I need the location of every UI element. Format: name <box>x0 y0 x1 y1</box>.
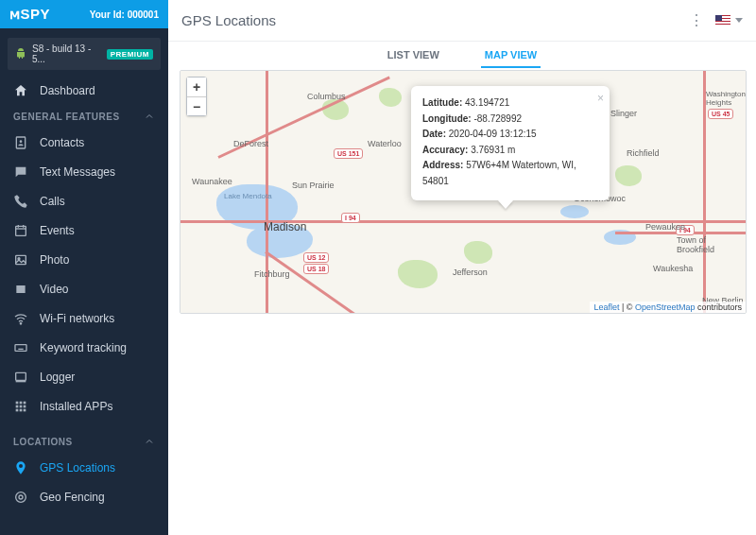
svg-rect-27 <box>24 408 26 411</box>
nav-contacts[interactable]: Contacts <box>0 128 168 157</box>
nav-dashboard[interactable]: Dashboard <box>0 76 168 105</box>
nav-calls[interactable]: Calls <box>0 186 168 216</box>
svg-point-29 <box>19 495 23 499</box>
keyboard-icon <box>13 340 28 355</box>
phone-icon <box>13 194 28 209</box>
nav-installed-apps[interactable]: Installed APPs <box>0 391 168 421</box>
video-icon <box>13 282 28 297</box>
svg-point-11 <box>20 322 21 323</box>
nav-text-messages[interactable]: Text Messages <box>0 157 168 186</box>
caret-down-icon <box>735 18 743 23</box>
zoom-out-button[interactable]: − <box>187 96 206 115</box>
map-zoom-control: + − <box>186 77 207 116</box>
page-title: GPS Locations <box>181 12 276 28</box>
svg-rect-20 <box>20 401 23 404</box>
brand-logo: ᴍSPY <box>9 6 50 23</box>
osm-link[interactable]: OpenStreetMap <box>635 302 696 312</box>
svg-rect-10 <box>26 285 26 293</box>
map-attribution: Leaflet | © OpenStreetMap contributors <box>590 302 746 313</box>
svg-rect-9 <box>15 285 16 293</box>
zoom-in-button[interactable]: + <box>187 78 206 96</box>
svg-rect-23 <box>20 405 23 407</box>
user-id: Your Id: 000001 <box>90 9 159 20</box>
target-icon <box>13 490 28 505</box>
svg-rect-25 <box>16 408 19 411</box>
svg-rect-17 <box>16 372 26 380</box>
language-selector[interactable] <box>715 15 743 26</box>
chevron-up-icon <box>144 436 155 447</box>
nav-keyword-tracking[interactable]: Keyword tracking <box>0 333 168 362</box>
svg-rect-6 <box>16 255 26 264</box>
svg-rect-12 <box>15 344 26 351</box>
svg-point-28 <box>16 492 26 502</box>
us-flag-icon <box>715 15 730 26</box>
android-icon <box>15 47 26 60</box>
message-icon <box>13 164 28 180</box>
image-icon <box>13 252 28 268</box>
nav-geo-fencing[interactable]: Geo Fencing <box>0 482 168 511</box>
calendar-icon <box>13 223 28 238</box>
svg-rect-24 <box>24 405 26 407</box>
leaflet-link[interactable]: Leaflet <box>593 302 619 312</box>
svg-rect-21 <box>24 401 26 404</box>
svg-rect-19 <box>16 401 19 404</box>
nav-logger[interactable]: Logger <box>0 362 168 391</box>
popup-close-icon[interactable]: × <box>597 90 604 109</box>
sidebar: ᴍSPY Your Id: 000001 S8 - build 13 - 5..… <box>0 0 168 535</box>
content-area: LIST VIEW MAP VIEW <box>168 42 756 535</box>
nav-video[interactable]: Video <box>0 274 168 303</box>
nav-events[interactable]: Events <box>0 216 168 245</box>
location-pin-icon <box>13 460 28 475</box>
premium-badge: PREMIUM <box>107 49 153 60</box>
logger-icon <box>13 370 28 385</box>
brand-bar: ᴍSPY Your Id: 000001 <box>0 0 168 28</box>
kebab-menu-icon[interactable]: ⋮ <box>689 11 704 29</box>
device-name: S8 - build 13 - 5... <box>32 43 101 64</box>
topbar: GPS Locations ⋮ <box>168 0 756 42</box>
nav-photo[interactable]: Photo <box>0 245 168 274</box>
svg-rect-22 <box>16 405 19 407</box>
wifi-icon <box>13 311 28 326</box>
home-icon <box>13 83 28 98</box>
tab-list-view[interactable]: LIST VIEW <box>384 43 443 68</box>
svg-rect-26 <box>20 408 23 411</box>
svg-point-1 <box>20 140 23 143</box>
chevron-up-icon <box>144 111 155 122</box>
tab-map-view[interactable]: MAP VIEW <box>481 43 541 68</box>
svg-rect-2 <box>16 226 26 235</box>
device-selector[interactable]: S8 - build 13 - 5... PREMIUM <box>8 38 161 70</box>
map-container[interactable]: US 151 I 94 I 94 US 12 US 18 US 45 Colum… <box>180 70 747 314</box>
view-tabs: LIST VIEW MAP VIEW <box>180 42 745 70</box>
apps-icon <box>13 399 28 414</box>
contacts-icon <box>13 135 28 150</box>
svg-rect-8 <box>15 285 26 293</box>
nav-gps-locations[interactable]: GPS Locations <box>0 453 168 482</box>
nav-wifi[interactable]: Wi-Fi networks <box>0 303 168 333</box>
location-popup: × Latitude: 43.194721 Longitude: -88.728… <box>411 86 610 200</box>
section-locations[interactable]: LOCATIONS <box>0 430 168 453</box>
section-general-features[interactable]: GENERAL FEATURES <box>0 105 168 128</box>
